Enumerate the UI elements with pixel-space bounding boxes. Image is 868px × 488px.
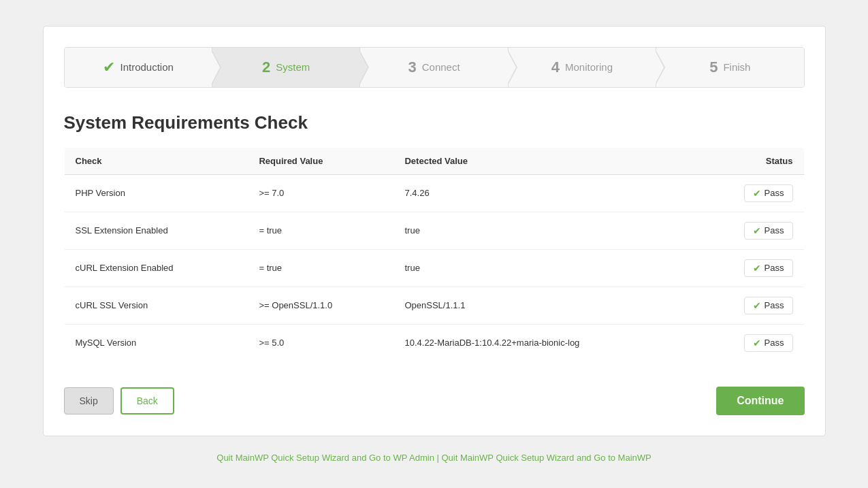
cell-detected: 7.4.26 bbox=[393, 174, 695, 212]
pass-badge: ✔Pass bbox=[744, 297, 793, 314]
step-introduction-label: Introduction bbox=[120, 61, 174, 73]
table-row: cURL SSL Version>= OpenSSL/1.1.0OpenSSL/… bbox=[64, 287, 804, 324]
quit-mainwp-link[interactable]: Quit MainWP Quick Setup Wizard and Go to… bbox=[441, 453, 651, 463]
pass-label: Pass bbox=[765, 225, 784, 235]
bottom-links: Quit MainWP Quick Setup Wizard and Go to… bbox=[216, 453, 651, 463]
cell-required: >= 7.0 bbox=[248, 174, 393, 212]
wizard-container: ✔ Introduction 2 System 3 Connect 4 Moni… bbox=[43, 26, 826, 436]
pass-badge: ✔Pass bbox=[744, 184, 793, 202]
pass-badge: ✔Pass bbox=[744, 222, 793, 240]
continue-button[interactable]: Continue bbox=[716, 387, 804, 415]
step-monitoring-label: Monitoring bbox=[565, 61, 613, 73]
cell-status: ✔Pass bbox=[695, 212, 804, 249]
cell-required: >= 5.0 bbox=[248, 324, 393, 361]
pass-label: Pass bbox=[765, 188, 784, 198]
cell-check: cURL SSL Version bbox=[64, 287, 248, 324]
pass-check-icon: ✔ bbox=[753, 263, 761, 274]
step-finish-number: 5 bbox=[709, 59, 718, 76]
cell-detected: OpenSSL/1.1.1 bbox=[393, 287, 695, 324]
checkmark-icon: ✔ bbox=[103, 59, 115, 76]
pass-label: Pass bbox=[765, 263, 784, 273]
step-system-label: System bbox=[276, 61, 310, 73]
back-button[interactable]: Back bbox=[120, 387, 174, 414]
pass-label: Pass bbox=[765, 300, 784, 310]
cell-detected: true bbox=[393, 212, 695, 249]
page-title: System Requirements Check bbox=[64, 112, 805, 133]
pass-label: Pass bbox=[765, 338, 784, 348]
cell-status: ✔Pass bbox=[695, 249, 804, 287]
requirements-table: Check Required Value Detected Value Stat… bbox=[64, 147, 805, 362]
steps-bar: ✔ Introduction 2 System 3 Connect 4 Moni… bbox=[64, 47, 805, 88]
cell-status: ✔Pass bbox=[695, 174, 804, 212]
col-required: Required Value bbox=[248, 147, 393, 174]
col-detected: Detected Value bbox=[393, 147, 695, 174]
step-monitoring-number: 4 bbox=[551, 59, 560, 76]
step-finish-label: Finish bbox=[723, 61, 750, 73]
step-monitoring[interactable]: 4 Monitoring bbox=[509, 48, 656, 87]
cell-detected: true bbox=[393, 249, 695, 287]
cell-status: ✔Pass bbox=[695, 324, 804, 361]
table-row: cURL Extension Enabled= truetrue✔Pass bbox=[64, 249, 804, 287]
step-finish[interactable]: 5 Finish bbox=[656, 48, 803, 87]
step-connect-number: 3 bbox=[408, 59, 416, 76]
cell-detected: 10.4.22-MariaDB-1:10.4.22+maria-bionic-l… bbox=[393, 324, 695, 361]
step-connect-label: Connect bbox=[422, 61, 460, 73]
separator: | bbox=[434, 453, 442, 463]
col-check: Check bbox=[64, 147, 248, 174]
col-status: Status bbox=[695, 147, 804, 174]
cell-check: cURL Extension Enabled bbox=[64, 249, 248, 287]
pass-badge: ✔Pass bbox=[744, 259, 793, 277]
table-row: SSL Extension Enabled= truetrue✔Pass bbox=[64, 212, 804, 249]
step-connect[interactable]: 3 Connect bbox=[360, 48, 508, 87]
pass-check-icon: ✔ bbox=[753, 225, 761, 236]
table-row: PHP Version>= 7.07.4.26✔Pass bbox=[64, 174, 804, 212]
skip-button[interactable]: Skip bbox=[64, 387, 114, 414]
cell-check: SSL Extension Enabled bbox=[64, 212, 248, 249]
pass-check-icon: ✔ bbox=[753, 338, 761, 348]
cell-required: >= OpenSSL/1.1.0 bbox=[248, 287, 393, 324]
cell-required: = true bbox=[248, 249, 393, 287]
table-row: MySQL Version>= 5.010.4.22-MariaDB-1:10.… bbox=[64, 324, 804, 361]
step-system[interactable]: 2 System bbox=[212, 48, 360, 87]
step-introduction[interactable]: ✔ Introduction bbox=[65, 48, 212, 87]
footer-buttons: Skip Back Continue bbox=[64, 387, 805, 415]
cell-required: = true bbox=[248, 212, 393, 249]
footer-left-buttons: Skip Back bbox=[64, 387, 174, 414]
pass-check-icon: ✔ bbox=[753, 300, 761, 311]
step-system-number: 2 bbox=[262, 59, 270, 76]
cell-check: PHP Version bbox=[64, 174, 248, 212]
cell-check: MySQL Version bbox=[64, 324, 248, 361]
cell-status: ✔Pass bbox=[695, 287, 804, 324]
pass-badge: ✔Pass bbox=[744, 334, 793, 352]
pass-check-icon: ✔ bbox=[753, 188, 761, 199]
quit-wp-admin-link[interactable]: Quit MainWP Quick Setup Wizard and Go to… bbox=[216, 453, 434, 463]
